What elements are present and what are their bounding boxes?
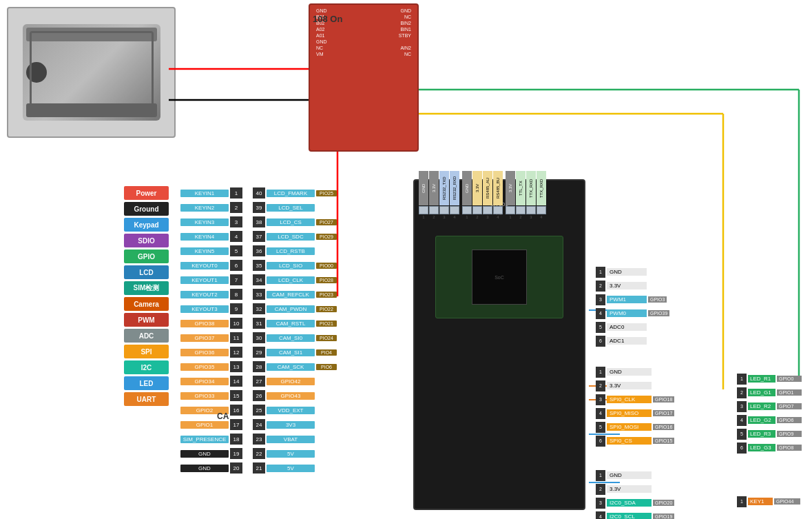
left-pin-row: GND 19 <box>180 447 244 460</box>
legend-spi: SPI <box>124 345 169 358</box>
left-pin-row: KEYIN2 2 <box>180 201 244 214</box>
legend-pwm: PWM <box>124 313 169 327</box>
mcu-board: MY601 A2 SoC <box>413 179 585 510</box>
legend-sdio: SDIO <box>124 234 169 247</box>
legend-uart: UART <box>124 392 169 406</box>
page-title: 108 On <box>313 14 342 24</box>
left-pin-row: KEYIN3 3 <box>180 215 244 229</box>
left-pin-row: KEYOUT3 9 <box>180 302 244 316</box>
right-pin-block: 40 LCD_FMARK PIO25 39 LCD_SEL 38 LCD_CS … <box>251 186 337 475</box>
left-pin-row: GPIO36 12 <box>180 345 244 359</box>
led-panel: 1 LED_R1 GPIO0 2 LED_G1 GPIO1 3 LED_R2 G… <box>737 372 802 454</box>
legend: Power Ground Keypad SDIO GPIO LCD SIM检测 … <box>124 186 169 406</box>
left-pin-row: KEYIN1 1 <box>180 186 244 200</box>
right-pin-row: 21 5V <box>251 461 337 475</box>
right-pin-row: 24 3V3 <box>251 418 337 431</box>
ca-label: CA <box>217 411 229 421</box>
right-pin-row: 30 CAM_SI0 PIO24 <box>251 331 337 345</box>
right-pin-row: 35 LCD_SIO PIO00 <box>251 258 337 272</box>
legend-power: Power <box>124 186 169 200</box>
legend-i2c: I2C <box>124 360 169 374</box>
right-pin-row: 38 LCD_CS PIO27 <box>251 215 337 229</box>
legend-ground: Ground <box>124 202 169 216</box>
right-pin-row: 32 CAM_PWDN PIO22 <box>251 302 337 316</box>
right-pin-row: 25 VDD_EXT <box>251 403 337 417</box>
left-pin-row: GPIO33 15 <box>180 389 244 403</box>
top-board: GNDGND B01NC B02BIN2 A02BIN1 A01STBY GND… <box>309 3 419 152</box>
legend-lcd: LCD <box>124 265 169 279</box>
right-pin-row: 40 LCD_FMARK PIO25 <box>251 186 337 200</box>
right-panel-group1: 1 GND 2 3.3V 3 PWM1 GPIO3 4 PWM0 GPIO39 … <box>596 265 669 347</box>
legend-adc: ADC <box>124 329 169 343</box>
left-pin-row: KEYOUT1 7 <box>180 273 244 287</box>
left-pin-row: SIM_PRESENCE 18 <box>180 432 244 446</box>
left-pin-row: GND 20 <box>180 461 244 475</box>
right-panel-group2: 1 GND 2 3.3V 3 SPI0_CLK GPIO18 4 SPI0_MI… <box>596 365 674 447</box>
left-pin-row: KEYIN5 5 <box>180 244 244 258</box>
right-panel-group3: 1 GND 2 3.3V 3 I2C0_SDA GPIO20 4 I2C0_SC… <box>596 469 674 519</box>
key-panel: 1 KEY1 GPIO44 <box>737 495 800 508</box>
left-pin-row: GPIO1 17 <box>180 418 244 431</box>
left-pin-row: GPIO37 11 <box>180 331 244 345</box>
legend-camera: Camera <box>124 297 169 311</box>
left-pin-row: GPIO35 13 <box>180 360 244 374</box>
right-pin-row: 27 GPIO42 <box>251 374 337 388</box>
right-pin-row: 29 CAM_SI1 PIO4 <box>251 345 337 359</box>
right-pin-row: 28 CAM_SCK PIO6 <box>251 360 337 374</box>
top-connector-section: GND 3.3V RS232_TXD RS232_RXD 1 2 3 4 <box>419 171 546 219</box>
right-pin-row: 34 LCD_CLK PIO28 <box>251 273 337 287</box>
left-pin-row: KEYOUT2 8 <box>180 287 244 301</box>
legend-gpio: GPIO <box>124 250 169 263</box>
right-pin-row: 22 5V <box>251 447 337 460</box>
left-pin-row: GPIO34 14 <box>180 374 244 388</box>
right-pin-row: 37 LCD_SDC PIO29 <box>251 230 337 243</box>
right-pin-row: 33 CAM_REFCLK PIO23 <box>251 287 337 301</box>
diagram-container: GNDGND B01NC B02BIN2 A02BIN1 A01STBY GND… <box>0 0 812 519</box>
right-pin-row: 23 VBAT <box>251 432 337 446</box>
left-pin-row: GPIO2 16 <box>180 403 244 417</box>
legend-keypad: Keypad <box>124 218 169 232</box>
right-pin-row: 36 LCD_RSTB <box>251 244 337 258</box>
right-pin-row: 31 CAM_RSTL PIO21 <box>251 316 337 330</box>
right-pin-row: 26 GPIO43 <box>251 389 337 403</box>
left-pin-row: GPIO38 10 <box>180 316 244 330</box>
legend-sim: SIM检测 <box>124 281 169 295</box>
motor-image <box>7 7 176 138</box>
legend-led: LED <box>124 376 169 390</box>
left-pin-block: KEYIN1 1 KEYIN2 2 KEYIN3 3 KEYIN4 4 KEYI… <box>180 186 244 475</box>
right-pin-row: 39 LCD_SEL <box>251 201 337 214</box>
left-pin-row: KEYIN4 4 <box>180 230 244 243</box>
left-pin-row: KEYOUT0 6 <box>180 258 244 272</box>
